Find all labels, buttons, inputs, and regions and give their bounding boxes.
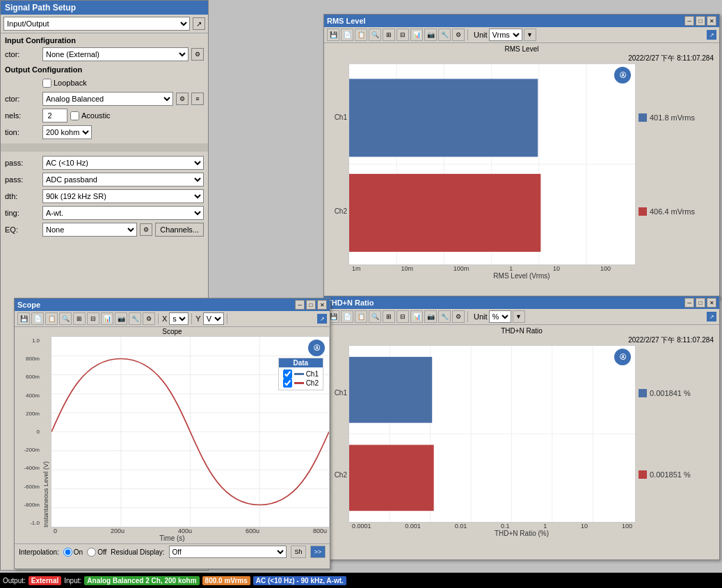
thdn-tb-sep — [467, 311, 468, 322]
input-connector-select[interactable]: None (External) — [42, 47, 188, 61]
scope-tb-open[interactable]: 📋 — [45, 312, 58, 325]
thdn-tb-open[interactable]: 📋 — [355, 310, 367, 323]
svg-rect-16 — [349, 357, 432, 423]
scope-legend-ch1: Ch1 — [283, 370, 319, 379]
thdn-tb-zoomout[interactable]: ⊟ — [396, 310, 409, 323]
scope-tb-zoomin[interactable]: ⊞ — [73, 312, 86, 325]
scope-y-600m: 600m — [16, 374, 40, 380]
channels-btn[interactable]: Channels... — [155, 223, 204, 237]
rms-ch2-color-swatch — [639, 207, 647, 216]
rms-unit-select[interactable]: Vrms — [489, 29, 522, 41]
acoustic-checkbox[interactable] — [70, 111, 79, 120]
output-connector-select[interactable]: Analog Balanced — [42, 92, 173, 106]
scope-tb-zoomout[interactable]: ⊟ — [87, 312, 99, 325]
scope-x-unit-select[interactable]: s — [169, 312, 188, 325]
rms-tb-open[interactable]: 📋 — [355, 29, 367, 41]
scope-tb-snap[interactable]: 📷 — [115, 312, 127, 325]
thdn-close-btn[interactable]: ✕ — [707, 298, 716, 308]
rms-tb-zoom[interactable]: 🔍 — [369, 29, 381, 41]
lopass-select[interactable]: ADC passband — [42, 173, 204, 186]
thdn-tb-zoom[interactable]: 🔍 — [369, 310, 381, 323]
thdn-tb-snap[interactable]: 📷 — [424, 310, 437, 323]
rms-tb-zoomin[interactable]: ⊞ — [383, 29, 395, 41]
hipass-select[interactable]: AC (<10 Hz) — [42, 156, 204, 170]
scope-legend-ch1-cb[interactable] — [283, 370, 292, 379]
output-connector-config1-btn[interactable]: ⚙ — [176, 93, 188, 105]
acoustic-checkbox-label[interactable]: Acoustic — [70, 111, 111, 120]
scope-legend-ch1-label: Ch1 — [306, 370, 319, 378]
rms-tb-new[interactable]: 📄 — [341, 29, 353, 41]
thdn-minimize-btn[interactable]: ─ — [684, 298, 694, 308]
weighting-select[interactable]: A-wt. — [42, 206, 204, 220]
scope-legend-ch2-cb[interactable] — [283, 379, 292, 388]
thdn-tb-zoomin[interactable]: ⊞ — [383, 310, 395, 323]
rms-close-btn[interactable]: ✕ — [707, 16, 716, 26]
thdn-ch2-color-swatch — [639, 470, 647, 479]
loopback-checkbox[interactable] — [42, 79, 51, 88]
scope-residual-select[interactable]: Off — [169, 546, 287, 558]
rms-expand-corner[interactable]: ↗ — [707, 30, 716, 40]
thdn-toolbar: 💾 📄 📋 🔍 ⊞ ⊟ 📊 📷 🔧 ⚙ Unit % ▼ ↗ — [324, 309, 719, 325]
rms-maximize-btn[interactable]: □ — [696, 16, 705, 26]
eq-config-btn[interactable]: ⚙ — [140, 223, 152, 236]
thdn-expand-corner[interactable]: ↗ — [707, 312, 716, 321]
thdn-tb-config[interactable]: ⚙ — [452, 310, 465, 323]
scope-close-btn[interactable]: ✕ — [317, 300, 327, 310]
loopback-row: Loopback — [1, 75, 208, 90]
scope-expand-corner[interactable]: ↗ — [317, 314, 327, 324]
eq-select[interactable]: None — [42, 223, 137, 237]
channels-spinbox[interactable] — [42, 109, 67, 122]
rms-minimize-btn[interactable]: ─ — [684, 16, 694, 26]
scope-y-unit-select[interactable]: V — [203, 312, 224, 325]
thdn-tb-new[interactable]: 📄 — [341, 310, 353, 323]
thdn-unit-select[interactable]: % — [489, 310, 511, 323]
scope-expand-btn[interactable]: >> — [310, 546, 326, 558]
thdn-maximize-btn[interactable]: □ — [696, 298, 705, 308]
input-connector-config-btn[interactable]: ⚙ — [191, 48, 204, 61]
scope-titlebar: Scope ─ □ ✕ — [15, 299, 330, 311]
scope-tb-chart[interactable]: 📊 — [101, 312, 113, 325]
scope-tb-sep3 — [227, 313, 227, 324]
scope-interp-off-label[interactable]: Off — [87, 548, 106, 557]
scope-tb-new[interactable]: 📄 — [31, 312, 44, 325]
thdn-tb-dropdown[interactable]: ▼ — [513, 310, 525, 323]
thdn-ao-logo: Ⓐ — [614, 349, 631, 365]
input-connector-row: ctor: None (External) ⚙ — [1, 46, 208, 63]
rms-tb-config[interactable]: ⚙ — [452, 29, 465, 41]
loopback-checkbox-label[interactable]: Loopback — [42, 79, 87, 88]
scope-tb-zoom[interactable]: 🔍 — [59, 312, 72, 325]
thdn-tb-chart[interactable]: 📊 — [410, 310, 423, 323]
output-connector-config2-btn[interactable]: ≡ — [191, 93, 204, 105]
signal-path-title: Signal Path Setup — [1, 1, 208, 15]
io-select[interactable]: Input/Output — [3, 17, 190, 31]
bandwidth-select[interactable]: 90k (192 kHz SR) — [42, 189, 204, 203]
rms-tb-zoomout[interactable]: ⊟ — [396, 29, 409, 41]
scope-maximize-btn[interactable]: □ — [306, 300, 316, 310]
impedance-select[interactable]: 200 kohm — [42, 125, 92, 139]
thdn-window-controls: ─ □ ✕ — [684, 298, 716, 308]
rms-ch2-value: 406.4 mVrms — [650, 207, 695, 216]
rms-tb-dropdown[interactable]: ▼ — [524, 29, 536, 41]
svg-rect-7 — [349, 79, 538, 157]
thdn-tb-settings[interactable]: 🔧 — [438, 310, 451, 323]
scope-y-800m: 800m — [16, 356, 40, 362]
io-expand-btn[interactable]: ↗ — [193, 17, 205, 30]
rms-tb-settings[interactable]: 🔧 — [438, 29, 451, 41]
scope-interp-off-radio[interactable] — [87, 548, 96, 557]
scope-y-axis-label-tb: Y — [195, 315, 200, 323]
rms-tb-chart[interactable]: 📊 — [410, 29, 423, 41]
scope-minimize-btn[interactable]: ─ — [295, 300, 305, 310]
output-connector-row: ctor: Analog Balanced ⚙ ≡ — [1, 90, 208, 107]
bandwidth-row: dth: 90k (192 kHz SR) — [1, 188, 208, 205]
rms-tb-snap[interactable]: 📷 — [424, 29, 437, 41]
scope-tb-settings[interactable]: 🔧 — [129, 312, 141, 325]
rms-x3: 100m — [454, 265, 470, 272]
impedance-row: tion: 200 kohm — [1, 124, 208, 141]
rms-window-controls: ─ □ ✕ — [684, 16, 716, 26]
scope-sh-btn[interactable]: Sh — [291, 546, 306, 558]
scope-interp-on-radio[interactable] — [63, 548, 72, 557]
rms-tb-save[interactable]: 💾 — [327, 29, 339, 41]
scope-interp-on-label[interactable]: On — [63, 548, 83, 557]
scope-tb-config[interactable]: ⚙ — [143, 312, 155, 325]
scope-tb-save[interactable]: 💾 — [17, 312, 30, 325]
